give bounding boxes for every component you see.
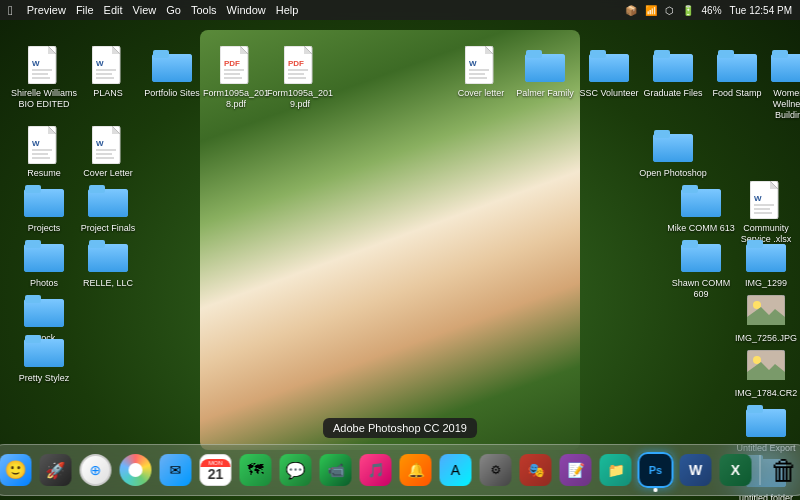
dock-facetime[interactable]: 📹	[318, 452, 354, 488]
icon-img-stock	[24, 290, 64, 330]
app-menu-view[interactable]: View	[133, 4, 157, 16]
icon-img-pretty_stylez	[24, 330, 64, 370]
svg-point-102	[753, 301, 761, 309]
svg-rect-75	[89, 185, 105, 193]
icon-label-open_photoshop: Open Photoshop	[639, 168, 707, 179]
app-menu-preview[interactable]: Preview	[27, 4, 66, 16]
icon-label-photos: Photos	[30, 278, 58, 289]
svg-rect-43	[590, 50, 606, 58]
desktop-icon-project_finals[interactable]: Project Finals	[72, 180, 144, 234]
icon-label-img1784: IMG_1784.CR2	[735, 388, 798, 399]
desktop-icon-portfolio[interactable]: Portfolio Sites	[136, 45, 208, 99]
dock-extra-icon3[interactable]: ⚙	[478, 452, 514, 488]
svg-rect-15	[152, 54, 192, 82]
desktop-icon-plans[interactable]: W PLANS	[72, 45, 144, 99]
dock-photoshop[interactable]: Ps	[638, 452, 674, 488]
menubar-right: 📦 📶 ⬡ 🔋 46% Tue 12:54 PM	[625, 5, 792, 16]
svg-rect-68	[653, 134, 693, 162]
icon-img-photos	[24, 235, 64, 275]
icon-label-mike_comm: Mike COMM 613	[667, 223, 735, 234]
icon-img-cover_letter_file: W	[461, 45, 501, 85]
icon-img-graduate_files	[653, 45, 693, 85]
app-menu-help[interactable]: Help	[276, 4, 299, 16]
dock-maps[interactable]: 🗺	[238, 452, 274, 488]
dock-extra-icon1[interactable]: 🔔	[398, 452, 434, 488]
svg-text:W: W	[754, 194, 762, 203]
icon-label-projects: Projects	[28, 223, 61, 234]
dock-photos[interactable]	[118, 452, 154, 488]
svg-text:W: W	[469, 59, 477, 68]
desktop-icon-cover_letter[interactable]: W Cover Letter	[72, 125, 144, 179]
dropbox-icon[interactable]: 📦	[625, 5, 637, 16]
desktop-icon-relle_llc[interactable]: RELLE, LLC	[72, 235, 144, 289]
app-menu-edit[interactable]: Edit	[104, 4, 123, 16]
icon-img-form1095a_2019: PDF	[280, 45, 320, 85]
desktop-icon-form1095a_2018[interactable]: PDF Form1095a_2018.pdf	[200, 45, 272, 110]
desktop-icon-img7256[interactable]: IMG_7256.JPG	[730, 290, 800, 344]
icon-img-img1299	[746, 235, 786, 275]
wifi-icon[interactable]: 📶	[645, 5, 657, 16]
svg-rect-40	[526, 50, 542, 58]
desktop:  Preview File Edit View Go Tools Window…	[0, 0, 800, 500]
svg-rect-100	[25, 295, 41, 303]
icon-label-img1299: IMG_1299	[745, 278, 787, 289]
dock-trash[interactable]: 🗑	[767, 452, 801, 488]
svg-rect-94	[682, 240, 698, 248]
svg-rect-71	[24, 189, 64, 217]
dock-messages[interactable]: 💬	[278, 452, 314, 488]
dock-word[interactable]: W	[678, 452, 714, 488]
svg-rect-39	[525, 54, 565, 82]
desktop-icon-img1784[interactable]: IMG_1784.CR2	[730, 345, 800, 399]
desktop-icon-photos[interactable]: Photos	[8, 235, 80, 289]
desktop-icon-pretty_stylez[interactable]: Pretty Stylez	[8, 330, 80, 384]
svg-rect-49	[718, 50, 734, 58]
app-menu-go[interactable]: Go	[166, 4, 181, 16]
battery-icon[interactable]: 🔋	[682, 5, 694, 16]
dock-mail[interactable]: ✉	[158, 452, 194, 488]
icon-img-img7256	[746, 290, 786, 330]
svg-text:W: W	[32, 59, 40, 68]
dock-music[interactable]: 🎵	[358, 452, 394, 488]
icon-label-resume: Resume	[27, 168, 61, 179]
desktop-icon-open_photoshop[interactable]: Open Photoshop	[637, 125, 709, 179]
desktop-icon-graduate_files[interactable]: Graduate Files	[637, 45, 709, 99]
dock-extra-icon5[interactable]: 📝	[558, 452, 594, 488]
svg-point-108	[753, 356, 761, 364]
icon-img-projects	[24, 180, 64, 220]
desktop-icon-projects[interactable]: Projects	[8, 180, 80, 234]
dock-extra-icon2[interactable]: A	[438, 452, 474, 488]
svg-rect-96	[746, 244, 786, 272]
desktop-icon-ssc_volunteer[interactable]: SSC Volunteer	[573, 45, 645, 99]
svg-rect-112	[747, 405, 763, 413]
dock-excel[interactable]: X	[718, 452, 754, 488]
app-menu-window[interactable]: Window	[227, 4, 266, 16]
clock: Tue 12:54 PM	[730, 5, 792, 16]
dock-launchpad[interactable]: 🚀	[38, 452, 74, 488]
dock-extra-icon4[interactable]: 🎭	[518, 452, 554, 488]
app-menu-tools[interactable]: Tools	[191, 4, 217, 16]
desktop-icon-resume[interactable]: W Resume	[8, 125, 80, 179]
desktop-icon-shawn_comm[interactable]: Shawn COMM 609	[665, 235, 737, 300]
desktop-icon-form1095a_2019[interactable]: PDF Form1095a_2019.pdf	[264, 45, 336, 110]
svg-rect-48	[717, 54, 757, 82]
desktop-icon-shirelle[interactable]: W Shirelle Williams BIO EDITED	[8, 45, 80, 110]
dock: 🙂 🚀 ⊕ ✉ MON 21	[0, 444, 800, 496]
icon-label-portfolio: Portfolio Sites	[144, 88, 200, 99]
apple-menu[interactable]: 	[8, 3, 13, 18]
icon-img-womens_wellness	[771, 45, 800, 85]
dock-extra-icon6[interactable]: 📁	[598, 452, 634, 488]
desktop-icon-cover_letter_file[interactable]: W Cover letter	[445, 45, 517, 99]
bluetooth-icon[interactable]: ⬡	[665, 5, 674, 16]
dock-finder[interactable]: 🙂	[0, 452, 34, 488]
desktop-icon-img1299[interactable]: IMG_1299	[730, 235, 800, 289]
svg-rect-105	[24, 339, 64, 367]
icon-img-plans: W	[88, 45, 128, 85]
desktop-icon-womens_wellness[interactable]: Womens Wellness Building	[755, 45, 800, 120]
desktop-icon-palmer_family[interactable]: Palmer Family	[509, 45, 581, 99]
dock-safari[interactable]: ⊕	[78, 452, 114, 488]
menubar:  Preview File Edit View Go Tools Window…	[0, 0, 800, 20]
app-menu-file[interactable]: File	[76, 4, 94, 16]
dock-calendar[interactable]: MON 21	[198, 452, 234, 488]
desktop-icon-mike_comm[interactable]: Mike COMM 613	[665, 180, 737, 234]
icon-label-plans: PLANS	[93, 88, 123, 99]
